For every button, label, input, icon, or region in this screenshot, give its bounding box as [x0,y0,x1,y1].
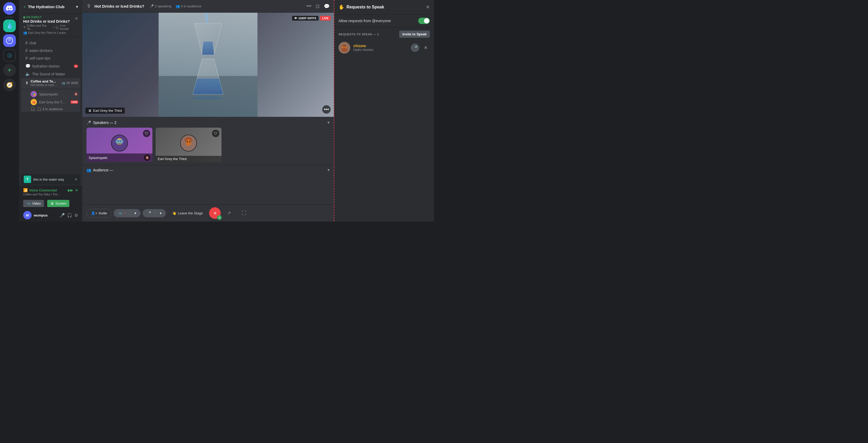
close-panel-button[interactable]: ✕ [426,4,430,10]
decline-request-button[interactable]: ✕ [421,43,430,52]
user-bar: W wumpus 🎤 🎧 ⚙ [19,209,82,222]
video-name-bar: 🖥 Earl Grey the Third [86,107,125,114]
more-options-icon[interactable]: ••• [306,3,311,9]
stage-channel-header-icon: 🎙 [87,3,91,9]
mic-dropdown-button[interactable]: ▾ [155,209,166,217]
speaker-name-bar-splashspekt: Splashspekt 🔇 [87,154,152,162]
request-name-chisme: chisme [353,44,408,48]
chevron-down-mic-icon: ▾ [160,211,162,215]
server-header[interactable]: ✓ The Hydration Club ▾ [19,0,82,14]
audience-section-header[interactable]: 👥 Audience — ▾ [87,167,330,172]
notification-text: this is the water way [33,178,64,182]
discord-home-icon[interactable] [3,2,16,15]
speakers-grid: 🛡 Splashspekt [87,128,330,162]
chevron-down-icon: ▾ [134,211,136,215]
popout-icon[interactable]: ⊡ [316,3,319,9]
mic-icon[interactable]: 🎤 [60,213,65,218]
live-channel-meta: 🎙 Coffee and Tea Ta... • 🎧 4 en écoute [23,24,75,30]
video-badges: 👁 1080P 60FPS LIVE [292,16,331,21]
channel-self-care[interactable]: # self-care-tips [21,55,80,62]
shield-icon-splashspekt: 🛡 [143,130,150,137]
end-call-button[interactable]: ✕ ▾ [209,207,221,219]
leave-stage-button[interactable]: 👋 Leave the Stage [168,209,207,217]
stage-controls: 👤+ Invite 📹 ✕ ▾ 🎤 ▾ 👋 Leave the Stage [82,204,334,222]
stage-channel-icon: 🎙 [25,81,29,85]
header-meta: 🎤 2 speaking 👥 4 in audience [150,4,201,8]
avatar-earlgrey-stage [180,135,197,152]
camera-dropdown-button[interactable]: ▾ [130,209,141,217]
svg-point-4 [193,96,223,99]
svg-point-17 [341,48,347,52]
settings-icon[interactable]: ⚙ [74,213,78,218]
channel-name-selfcare: self-care-tips [29,56,78,60]
channel-hydration-stories[interactable]: 💬 hydration-stories 1 [21,62,80,70]
invite-button[interactable]: 👤+ Invite [87,209,112,218]
speakers-collapse-icon: ▾ [328,120,330,125]
request-actions-chisme: 🎤 ✕ [411,43,430,52]
text-channel-icon-2: # [25,48,28,53]
fullscreen-button[interactable]: ⛶ [237,208,250,218]
voice-user-earlgrey[interactable]: 🫖 Earl Grey the T... LIVE [21,98,80,106]
add-person-icon: 👤+ [91,211,97,215]
request-role-chisme: Hydro Homies [353,48,408,52]
channel-chat[interactable]: # chat [21,39,80,47]
camera-button[interactable]: 📹 ✕ [114,209,130,217]
audience-expand-icon: ▾ [328,167,330,172]
add-server-button[interactable]: + [3,64,16,76]
voice-disconnect-icon[interactable]: ✕ [75,188,78,192]
mic-speakers-icon: 🎤 [87,121,91,125]
speaker-name-bar-earlgrey: Earl Grey the Third [156,156,221,162]
close-live-section[interactable]: ✕ [75,17,78,21]
explore-servers-button[interactable]: 🧭 [3,78,16,91]
leave-icon: 👋 [172,211,176,215]
chat-icon[interactable]: 💬 [324,3,330,9]
username-splashspekt: Splashspekt [39,92,58,96]
screen-share-button[interactable]: 🖥 Screen [47,200,69,207]
audience-count-text: 🎧 4 in audience [37,107,63,111]
mic-button[interactable]: 🎤 [143,209,155,217]
notification-close-button[interactable]: ✕ [74,178,78,182]
expand-button[interactable]: ↗ [223,208,235,218]
request-info-chisme: chisme Hydro Homies [353,44,408,52]
video-button[interactable]: 📹 Video [23,200,44,207]
audience-section: 👥 Audience — ▾ [82,165,334,177]
svg-point-14 [189,141,191,143]
video-area: 👁 1080P 60FPS LIVE 🖥 Earl Grey the Third… [82,13,334,117]
call-dropdown-icon[interactable]: ▾ [217,215,222,220]
server-bar: 💧 🌑 + 🧭 [0,0,19,222]
channels-list: # chat # water-drinkers # self-care-tips… [19,37,82,173]
username-display: wumpus [34,213,48,217]
speaker-card-earlgrey: 🛡 Earl Grey the Third [156,128,221,162]
toggle-checkmark: ✓ [426,19,429,23]
allow-requests-toggle[interactable]: ✓ [418,18,430,24]
presenter-name: Earl Grey the Third [93,108,122,113]
invite-to-speak-button[interactable]: Invite to Speak [399,31,430,38]
server-separator [5,17,14,18]
header-actions: ••• ⊡ 💬 [306,3,330,9]
speakers-section-header[interactable]: 🎤 Speakers — 2 ▾ [87,120,330,125]
camera-slash-overlay: ✕ [124,212,126,215]
voice-user-splashspekt[interactable]: 🎭 Splashspekt 🔇 [21,90,80,98]
allow-requests-row: Allow requests from @everyone ✓ [334,14,434,27]
live-section: EN DIRECT Hot Drinks or Iced Drinks? 🎙 C… [19,14,82,37]
accept-request-button[interactable]: 🎤 [411,43,419,52]
server-icon-2[interactable] [3,34,16,47]
server-icon-3[interactable]: 🌑 [3,49,16,62]
video-more-button[interactable]: ••• [322,105,331,114]
headset-icon[interactable]: 🎧 [67,213,72,218]
svg-point-12 [186,139,191,146]
server-name-text: The Hydration Club [28,4,64,9]
phone-hang-icon: ✕ [213,211,217,216]
live-dot [23,17,25,19]
verified-checkmark: ✓ [23,5,26,9]
channel-sound-of-water[interactable]: 🔈 The Sound of Water [21,70,80,78]
mic-meta-icon: 🎤 [150,4,154,8]
voice-channel-header[interactable]: 🎙 Coffee and Te... Hot Drinks or Iced ..… [21,78,80,88]
notification-avatar: T [24,176,31,183]
server-icon-1[interactable]: 💧 [3,20,16,32]
video-background-svg [82,13,334,117]
channel-water-drinkers[interactable]: # water-drinkers [21,47,80,54]
text-channel-icon-3: # [25,56,28,61]
channel-name-hydration: hydration-stories [32,64,72,68]
server-name: ✓ The Hydration Club [23,4,64,9]
